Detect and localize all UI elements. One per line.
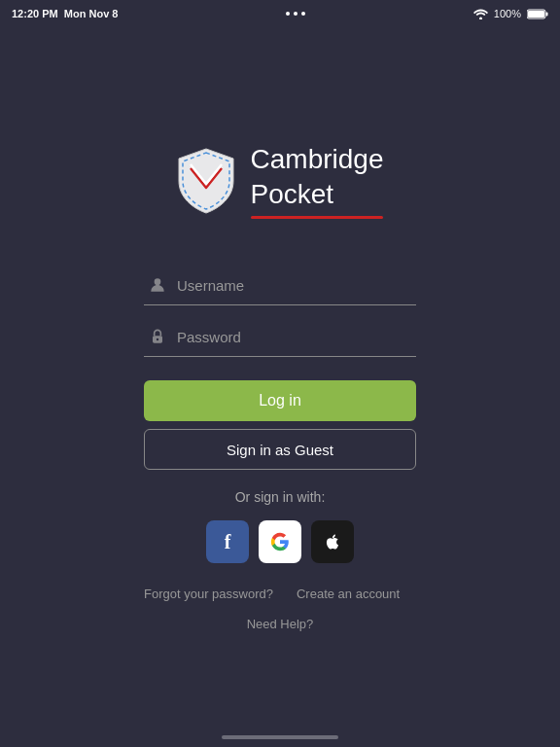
login-button[interactable]: Log in bbox=[144, 380, 416, 421]
apple-icon bbox=[324, 532, 341, 551]
home-indicator bbox=[222, 735, 338, 739]
bottom-links: Forgot your password? Create an account bbox=[144, 587, 416, 601]
battery-text: 100% bbox=[494, 8, 521, 19]
battery-icon bbox=[527, 9, 548, 19]
social-buttons: f bbox=[144, 520, 416, 563]
need-help-link[interactable]: Need Help? bbox=[247, 617, 314, 631]
facebook-icon: f bbox=[225, 531, 231, 553]
main-content: Cambridge Pocket Log in bbox=[0, 27, 560, 747]
google-button[interactable] bbox=[259, 520, 301, 563]
google-icon bbox=[270, 532, 290, 551]
svg-rect-3 bbox=[546, 12, 548, 16]
shield-logo bbox=[177, 147, 235, 215]
wifi-icon bbox=[473, 9, 488, 19]
status-icons: 100% bbox=[473, 8, 548, 19]
create-account-link[interactable]: Create an account bbox=[297, 587, 400, 601]
facebook-button[interactable]: f bbox=[206, 520, 249, 563]
logo-container: Cambridge Pocket bbox=[177, 142, 384, 220]
or-divider: Or sign in with: bbox=[144, 489, 416, 505]
guest-button[interactable]: Sign in as Guest bbox=[144, 429, 416, 470]
app-name: Cambridge Pocket bbox=[251, 142, 384, 220]
status-dots bbox=[286, 12, 305, 16]
status-time-date: 12:20 PM Mon Nov 8 bbox=[12, 8, 118, 19]
svg-rect-2 bbox=[528, 11, 544, 18]
status-bar: 12:20 PM Mon Nov 8 100% bbox=[0, 0, 560, 27]
form-container: Log in Sign in as Guest Or sign in with:… bbox=[144, 266, 416, 632]
username-input[interactable] bbox=[177, 277, 412, 294]
username-group bbox=[144, 266, 416, 305]
lock-icon bbox=[148, 327, 167, 346]
forgot-password-link[interactable]: Forgot your password? bbox=[144, 587, 273, 601]
password-input[interactable] bbox=[177, 329, 412, 345]
svg-point-6 bbox=[157, 338, 159, 341]
apple-button[interactable] bbox=[311, 520, 354, 563]
svg-point-0 bbox=[479, 17, 482, 19]
svg-point-4 bbox=[155, 279, 161, 286]
password-group bbox=[144, 317, 416, 357]
user-icon bbox=[148, 275, 167, 295]
